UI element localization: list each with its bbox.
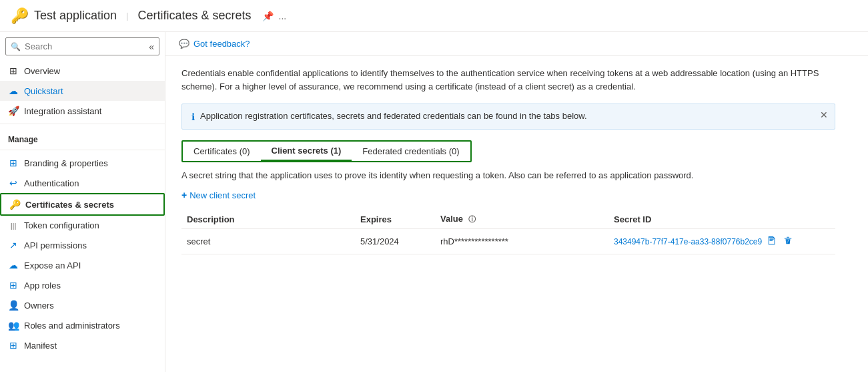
sidebar-item-branding[interactable]: ⊞ Branding & properties	[0, 153, 165, 173]
tab-certificates[interactable]: Certificates (0)	[183, 142, 261, 161]
sidebar-label-integration: Integration assistant	[24, 106, 101, 116]
delete-secret-button[interactable]	[782, 234, 794, 248]
col-header-secretid: Secret ID	[608, 210, 835, 229]
secrets-table: Description Expires Value ⓘ Secret ID se…	[181, 210, 835, 254]
sidebar-item-authentication[interactable]: ↩ Authentication	[0, 173, 165, 193]
page-header: 🔑 Test application | Certificates & secr…	[0, 0, 868, 32]
secret-expires: 5/31/2024	[355, 229, 435, 254]
certificates-icon: 🔑	[9, 199, 20, 210]
sidebar-divider-2	[0, 150, 165, 150]
table-header-row: Description Expires Value ⓘ Secret ID	[181, 210, 835, 229]
sidebar-label-token: Token configuration	[24, 220, 99, 230]
sidebar-label-expose: Expose an API	[24, 260, 81, 270]
close-banner-button[interactable]: ✕	[820, 110, 828, 120]
app-name: Test application	[34, 9, 117, 23]
table-row: secret 5/31/2024 rhD**************** 343…	[181, 229, 835, 254]
sidebar-label-roles: Roles and administrators	[24, 321, 120, 331]
expose-icon: ☁	[8, 260, 19, 270]
sidebar-label-branding: Branding & properties	[24, 158, 108, 168]
manage-section-label: Manage	[0, 127, 165, 147]
feedback-bar[interactable]: 💬 Got feedback?	[165, 32, 868, 56]
sidebar-item-api-permissions[interactable]: ↗ API permissions	[0, 235, 165, 255]
sidebar-label-authentication: Authentication	[24, 178, 79, 188]
collapse-icon[interactable]: «	[149, 41, 154, 52]
sidebar-item-owners[interactable]: 👤 Owners	[0, 295, 165, 315]
sidebar-label-app-roles: App roles	[24, 281, 61, 291]
api-icon: ↗	[8, 240, 19, 250]
secret-id-row: 3434947b-77f7-417e-aa33-88f0776b2ce9	[614, 234, 830, 248]
header-separator: |	[126, 11, 128, 21]
search-icon: 🔍	[11, 42, 21, 51]
sidebar-item-manifest[interactable]: ⊞ Manifest	[0, 335, 165, 355]
secret-id-value: 3434947b-77f7-417e-aa33-88f0776b2ce9	[614, 237, 762, 246]
main-layout: 🔍 « ⊞ Overview ☁ Quickstart 🚀 Integratio…	[0, 32, 868, 372]
sidebar-item-overview[interactable]: ⊞ Overview	[0, 61, 165, 81]
sidebar-item-app-roles[interactable]: ⊞ App roles	[0, 275, 165, 295]
pin-icon[interactable]: 📌	[262, 11, 274, 21]
roles-icon: 👥	[8, 320, 19, 331]
sidebar-item-token-config[interactable]: ||| Token configuration	[0, 216, 165, 235]
sidebar-label-quickstart: Quickstart	[24, 86, 63, 96]
copy-secret-id-button[interactable]	[766, 234, 778, 248]
secret-value: rhD****************	[435, 229, 608, 254]
value-info-icon[interactable]: ⓘ	[468, 215, 476, 223]
tab-client-secrets[interactable]: Client secrets (1)	[261, 142, 352, 161]
add-client-secret-button[interactable]: + New client secret	[181, 190, 256, 200]
page-description: Credentials enable confidential applicat…	[181, 67, 835, 93]
header-actions: 📌 ...	[262, 11, 287, 21]
page-title: Certificates & secrets	[137, 9, 251, 23]
sidebar-label-owners: Owners	[24, 301, 54, 311]
app-roles-icon: ⊞	[8, 280, 19, 291]
info-banner-text: Application registration certificates, s…	[200, 111, 587, 121]
more-icon[interactable]: ...	[279, 11, 287, 21]
sidebar-label-manifest: Manifest	[24, 341, 57, 351]
sidebar-item-integration-assistant[interactable]: 🚀 Integration assistant	[0, 101, 165, 121]
secret-description: secret	[181, 229, 355, 254]
app-icon: 🔑	[11, 7, 29, 25]
sidebar-label-overview: Overview	[24, 66, 60, 76]
col-header-description: Description	[181, 210, 355, 229]
branding-icon: ⊞	[8, 158, 19, 168]
sidebar-item-certificates-secrets[interactable]: 🔑 Certificates & secrets	[0, 193, 165, 216]
add-secret-label: New client secret	[189, 190, 256, 200]
feedback-text: Got feedback?	[193, 39, 250, 49]
info-icon: ℹ	[191, 112, 195, 122]
sidebar-label-api: API permissions	[24, 240, 87, 250]
sidebar-item-roles-administrators[interactable]: 👥 Roles and administrators	[0, 315, 165, 335]
authentication-icon: ↩	[8, 178, 19, 188]
search-input[interactable]	[5, 37, 159, 55]
copy-icon	[767, 236, 777, 245]
overview-icon: ⊞	[8, 65, 19, 76]
main-content: 💬 Got feedback? Credentials enable confi…	[165, 32, 868, 372]
sidebar-label-certificates: Certificates & secrets	[25, 200, 114, 210]
plus-icon: +	[181, 190, 187, 200]
feedback-icon: 💬	[179, 39, 189, 49]
delete-icon	[783, 236, 793, 245]
manifest-icon: ⊞	[8, 340, 19, 351]
col-header-value: Value ⓘ	[435, 210, 608, 229]
quickstart-icon: ☁	[8, 85, 19, 96]
token-icon: |||	[8, 222, 19, 230]
tab-federated-credentials[interactable]: Federated credentials (0)	[352, 142, 470, 161]
sidebar-divider-1	[0, 124, 165, 124]
sidebar-item-quickstart[interactable]: ☁ Quickstart	[0, 81, 165, 101]
tab-description-text: A secret string that the application use…	[181, 170, 702, 180]
owners-icon: 👤	[8, 300, 19, 311]
info-banner: ℹ Application registration certificates,…	[181, 104, 835, 130]
content-area: Credentials enable confidential applicat…	[165, 56, 868, 265]
integration-icon: 🚀	[8, 106, 19, 116]
col-header-expires: Expires	[355, 210, 435, 229]
credentials-tabs: Certificates (0) Client secrets (1) Fede…	[181, 140, 472, 162]
sidebar-item-expose-api[interactable]: ☁ Expose an API	[0, 255, 165, 275]
secret-id-cell: 3434947b-77f7-417e-aa33-88f0776b2ce9	[608, 229, 835, 254]
sidebar: 🔍 « ⊞ Overview ☁ Quickstart 🚀 Integratio…	[0, 32, 165, 372]
search-box: 🔍 «	[5, 37, 159, 55]
